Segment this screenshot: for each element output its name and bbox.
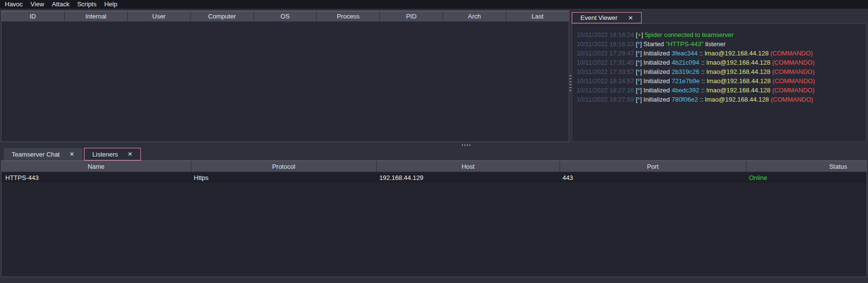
column-header-user[interactable]: User — [128, 11, 191, 22]
bracket: ] — [640, 59, 644, 66]
tab-label: Listeners — [92, 151, 118, 158]
havoc-window: HavocViewAttackScriptsHelp IDInternalUse… — [0, 0, 868, 283]
event-message-segment: :: — [699, 68, 706, 75]
column-header-protocol[interactable]: Protocol — [191, 161, 376, 172]
event-message-segment: Initialized — [644, 77, 672, 85]
event-message-segment: (COMMANDO) — [770, 50, 813, 57]
bracket: ] — [640, 40, 644, 48]
listeners-table: NameProtocolHostPortStatus HTTPS-443Http… — [1, 161, 867, 183]
event-message-segment: :: — [699, 59, 706, 66]
column-header-id[interactable]: ID — [1, 11, 65, 22]
event-log-entry: 10/11/2022 17:33:57 [*] Initialized 2b31… — [577, 67, 866, 76]
close-icon[interactable]: ✕ — [128, 151, 133, 158]
event-log-entry: 10/11/2022 18:27:16 [*] Initialized 4bed… — [577, 86, 866, 95]
tab-listeners[interactable]: Listeners✕ — [84, 148, 141, 160]
event-log-entry: 10/11/2022 16:16:24 [+] 5pider connected… — [577, 30, 866, 39]
event-message-segment: Initialized — [644, 59, 672, 66]
bracket: ] — [640, 77, 644, 85]
event-message-segment: :: — [698, 96, 705, 103]
listeners-table-header: NameProtocolHostPortStatus — [1, 161, 867, 172]
event-message-segment: (COMMANDO) — [772, 77, 815, 85]
splitter-horizontal[interactable] — [0, 142, 868, 147]
column-header-port[interactable]: Port — [560, 161, 746, 172]
event-message-segment: :: — [698, 50, 704, 57]
event-viewer-panel: Event Viewer ✕ 10/11/2022 16:16:24 [+] 5… — [572, 11, 867, 142]
event-message-segment: lmao@192.168.44.128 — [706, 59, 770, 66]
bracket: ] — [640, 68, 644, 75]
close-icon[interactable]: ✕ — [628, 15, 633, 21]
event-timestamp: 10/11/2022 17:31:45 — [577, 59, 636, 66]
event-message-segment: 5pider connected to teamserver — [645, 31, 733, 38]
column-header-name[interactable]: Name — [1, 161, 191, 172]
event-timestamp: 10/11/2022 18:27:59 — [577, 96, 636, 103]
column-header-status[interactable]: Status — [746, 161, 867, 172]
event-log-entry: 10/11/2022 18:27:59 [*] Initialized 780f… — [577, 95, 866, 104]
listener-cell-name: HTTPS-443 — [1, 172, 191, 183]
event-message-segment: Initialized — [644, 68, 672, 75]
column-header-pid[interactable]: PID — [380, 11, 443, 22]
bracket: ] — [640, 96, 644, 103]
event-log: 10/11/2022 16:16:24 [+] 5pider connected… — [572, 23, 867, 142]
event-message-segment: :: — [700, 77, 707, 85]
column-header-host[interactable]: Host — [376, 161, 560, 172]
event-timestamp: 10/11/2022 17:29:47 — [577, 50, 636, 57]
event-message-segment: lmao@192.168.44.128 — [705, 96, 769, 103]
listeners-panel: NameProtocolHostPortStatus HTTPS-443Http… — [1, 160, 867, 277]
column-header-internal[interactable]: Internal — [65, 11, 128, 22]
event-timestamp: 10/11/2022 18:24:57 — [577, 77, 636, 85]
event-message-segment: (COMMANDO) — [771, 96, 813, 103]
menu-item-havoc[interactable]: Havoc — [1, 0, 27, 9]
event-message-segment: Initialized — [644, 96, 672, 103]
column-header-process[interactable]: Process — [317, 11, 380, 22]
column-header-last[interactable]: Last — [506, 11, 569, 22]
splitter-grip-icon — [462, 144, 471, 146]
event-log-entry: 10/11/2022 17:31:45 [*] Initialized 4b21… — [577, 58, 866, 67]
event-message-segment: lmao@192.168.44.128 — [706, 87, 770, 94]
event-message-segment: (COMMANDO) — [772, 87, 815, 94]
bottom-tab-bar: Teamserver Chat✕Listeners✕ — [3, 148, 141, 160]
event-message-segment: 3feac344 — [672, 50, 698, 57]
tab-label: Teamserver Chat — [12, 151, 60, 158]
sessions-table: IDInternalUserComputerOSProcessPIDArchLa… — [1, 11, 569, 142]
event-message-segment: "HTTPS-443" — [665, 40, 703, 48]
event-message-segment: 721e7b9e — [672, 77, 700, 85]
menu-item-attack[interactable]: Attack — [48, 0, 73, 9]
event-message-segment: lmao@192.168.44.128 — [706, 68, 770, 75]
event-message-segment: (COMMANDO) — [772, 59, 815, 66]
event-log-entry: 10/11/2022 18:24:57 [*] Initialized 721e… — [577, 76, 866, 86]
column-header-os[interactable]: OS — [254, 11, 317, 22]
event-message-segment: :: — [699, 87, 706, 94]
event-log-entry: 10/11/2022 16:16:33 [*] Started "HTTPS-4… — [577, 39, 866, 49]
menu-item-scripts[interactable]: Scripts — [73, 0, 101, 9]
sessions-table-header: IDInternalUserComputerOSProcessPIDArchLa… — [1, 11, 569, 22]
splitter-grip-icon — [570, 75, 571, 91]
event-message-segment: Initialized — [644, 50, 672, 57]
event-message-segment: 4bedc392 — [672, 87, 699, 94]
event-message-segment: (COMMANDO) — [772, 68, 815, 75]
column-header-arch[interactable]: Arch — [443, 11, 506, 22]
column-header-computer[interactable]: Computer — [191, 11, 254, 22]
event-timestamp: 10/11/2022 17:33:57 — [577, 68, 636, 75]
event-timestamp: 10/11/2022 16:16:24 — [577, 31, 636, 38]
tab-event-viewer[interactable]: Event Viewer ✕ — [572, 12, 642, 23]
event-message-segment: 4b21c094 — [672, 59, 699, 66]
tab-teamserver-chat[interactable]: Teamserver Chat✕ — [3, 148, 83, 160]
event-log-entry: 10/11/2022 17:29:47 [*] Initialized 3fea… — [577, 49, 866, 58]
event-message-segment: 780f06e2 — [672, 96, 698, 103]
listener-cell-protocol: Https — [191, 172, 376, 183]
listener-cell-port: 443 — [560, 172, 746, 183]
bracket: ] — [640, 87, 644, 94]
tab-event-viewer-label: Event Viewer — [580, 14, 617, 21]
menu-item-view[interactable]: View — [27, 0, 48, 9]
event-timestamp: 10/11/2022 18:27:16 — [577, 87, 636, 94]
event-message-segment: 2b319c26 — [672, 68, 699, 75]
menu-item-help[interactable]: Help — [101, 0, 121, 9]
event-message-segment: Initialized — [644, 87, 672, 94]
bracket: ] — [640, 50, 644, 57]
close-icon[interactable]: ✕ — [69, 151, 74, 158]
table-row[interactable]: HTTPS-443Https192.168.44.129443Online — [1, 172, 867, 183]
menu-bar: HavocViewAttackScriptsHelp — [0, 0, 868, 9]
event-message-segment: lmao@192.168.44.128 — [707, 77, 771, 85]
listener-cell-host: 192.168.44.129 — [376, 172, 560, 183]
listener-cell-status: Online — [746, 172, 867, 183]
